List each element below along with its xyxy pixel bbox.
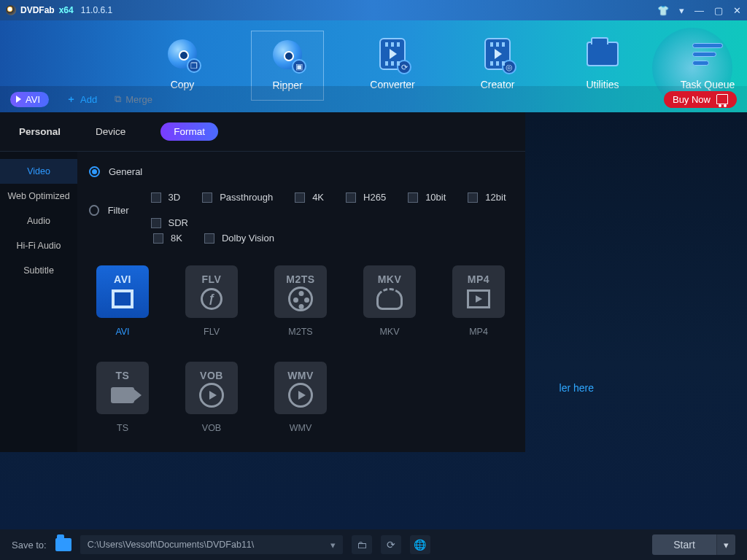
buy-now-button[interactable]: Buy Now <box>664 91 737 108</box>
start-button[interactable]: Start <box>652 534 716 555</box>
browse-folder-button[interactable]: 🗀 <box>352 535 372 554</box>
format-avi[interactable]: AVIAVI <box>89 265 156 337</box>
app-logo-icon <box>6 5 16 15</box>
format-flv[interactable]: FLVƒFLV <box>178 265 245 337</box>
refresh-button[interactable]: ⟳ <box>381 535 401 554</box>
mp4-icon <box>465 288 492 310</box>
tab-format[interactable]: Format <box>160 122 218 141</box>
format-code: FLV <box>202 273 222 285</box>
utilities-icon <box>585 36 620 71</box>
format-tile: MP4 <box>452 265 505 318</box>
filter-label: 8K <box>171 233 182 244</box>
promo-icon[interactable]: 👕 <box>657 5 669 16</box>
format-label: AVI <box>115 327 129 337</box>
minimize-icon[interactable]: — <box>694 5 704 16</box>
folder-icon[interactable] <box>55 538 71 551</box>
filter-label: Dolby Vision <box>222 233 274 244</box>
tab-device[interactable]: Device <box>96 126 125 137</box>
side-categories: VideoWeb OptimizedAudioHi-Fi AudioSubtit… <box>0 152 77 452</box>
radio-filter[interactable] <box>89 205 99 216</box>
format-code: M2TS <box>286 273 314 285</box>
format-vob[interactable]: VOBVOB <box>178 362 245 433</box>
format-code: WMV <box>287 370 314 381</box>
tab-personal[interactable]: Personal <box>19 126 61 137</box>
profile-label: AVI <box>26 94 40 105</box>
title-bar: DVDFab x64 11.0.6.1 👕 ▾ — ▢ ✕ <box>0 0 747 20</box>
format-mkv[interactable]: MKVMKV <box>356 265 423 337</box>
checkbox-icon <box>204 233 214 244</box>
side-item-video[interactable]: Video <box>0 159 77 184</box>
mode-general-row[interactable]: General <box>89 166 514 177</box>
filter-dolby-vision[interactable]: Dolby Vision <box>204 233 274 244</box>
web-button[interactable]: 🌐 <box>410 535 430 554</box>
format-tile: VOB <box>185 362 238 414</box>
checkbox-icon <box>468 192 478 203</box>
reel-icon <box>287 288 314 310</box>
cam-icon <box>109 384 136 406</box>
app-version: 11.0.6.1 <box>81 5 112 15</box>
maximize-icon[interactable]: ▢ <box>714 5 723 16</box>
side-item-audio[interactable]: Audio <box>0 209 77 233</box>
format-label: M2TS <box>288 327 312 337</box>
flash-icon: ƒ <box>198 288 225 310</box>
format-tile: FLVƒ <box>185 265 238 318</box>
side-item-hi-fi-audio[interactable]: Hi-Fi Audio <box>0 233 77 258</box>
filter-8k[interactable]: 8K <box>153 233 182 244</box>
hero-band: ❐ Copy ▣ Ripper ⟳ Converter ◎ Creator Ut… <box>0 20 747 112</box>
filter-sdr[interactable]: SDR <box>151 217 188 228</box>
side-item-subtitle[interactable]: Subtitle <box>0 258 77 283</box>
menu-icon[interactable]: ▾ <box>679 5 684 16</box>
converter-icon: ⟳ <box>375 36 410 71</box>
start-group: Start ▾ <box>652 534 735 555</box>
filter-passthrough[interactable]: Passthrough <box>202 192 273 203</box>
drop-hint: ler here <box>560 382 594 394</box>
checkbox-icon <box>202 192 212 203</box>
merge-label: Merge <box>125 94 152 105</box>
checkbox-icon <box>408 192 418 203</box>
app-arch: x64 <box>59 5 74 15</box>
filter-label: 10bit <box>425 192 446 203</box>
format-label: WMV <box>290 423 312 433</box>
film-icon <box>109 288 136 310</box>
format-tile: M2TS <box>274 265 327 318</box>
format-code: TS <box>116 370 130 381</box>
filter-h265[interactable]: H265 <box>346 192 386 203</box>
checkbox-icon <box>346 192 356 203</box>
format-label: MP4 <box>469 327 488 337</box>
start-dropdown[interactable]: ▾ <box>716 534 735 555</box>
merge-button[interactable]: ⧉ Merge <box>115 93 152 105</box>
checkbox-icon <box>151 218 161 228</box>
checkbox-icon <box>153 233 163 244</box>
mode-filter-row[interactable]: Filter 3DPassthrough4KH26510bit12bitSDR <box>89 192 514 228</box>
profile-chip[interactable]: AVI <box>10 92 49 107</box>
filter-3d[interactable]: 3D <box>151 192 181 203</box>
body-area: ler here Personal Device Format VideoWeb… <box>0 112 747 529</box>
side-item-web-optimized[interactable]: Web Optimized <box>0 184 77 209</box>
play-icon <box>16 96 21 103</box>
app-name: DVDFab <box>20 5 55 15</box>
creator-icon: ◎ <box>480 36 515 71</box>
close-icon[interactable]: ✕ <box>733 5 741 16</box>
play-icon <box>287 384 314 406</box>
format-tile: AVI <box>96 265 149 318</box>
format-tile: WMV <box>274 362 327 414</box>
format-code: VOB <box>200 370 223 381</box>
filter-10bit[interactable]: 10bit <box>408 192 446 203</box>
add-button[interactable]: ＋ Add <box>66 93 97 106</box>
app-logo-group: DVDFab x64 11.0.6.1 <box>6 5 112 15</box>
filter-12bit[interactable]: 12bit <box>468 192 506 203</box>
save-path-dropdown[interactable]: C:\Users\Vessoft\Documents\DVDFab11\ ▾ <box>80 535 343 554</box>
cart-icon <box>716 94 728 104</box>
format-tile: TS <box>96 362 149 414</box>
radio-general[interactable] <box>89 166 100 177</box>
format-m2ts[interactable]: M2TSM2TS <box>267 265 334 337</box>
format-label: MKV <box>379 327 399 337</box>
format-label: FLV <box>204 327 220 337</box>
filter-label: Passthrough <box>220 192 273 203</box>
filter-4k[interactable]: 4K <box>295 192 324 203</box>
play-icon <box>198 384 225 406</box>
format-ts[interactable]: TSTS <box>89 362 156 433</box>
format-label: TS <box>117 423 128 433</box>
format-mp4[interactable]: MP4MP4 <box>445 265 512 337</box>
format-wmv[interactable]: WMVWMV <box>267 362 334 433</box>
